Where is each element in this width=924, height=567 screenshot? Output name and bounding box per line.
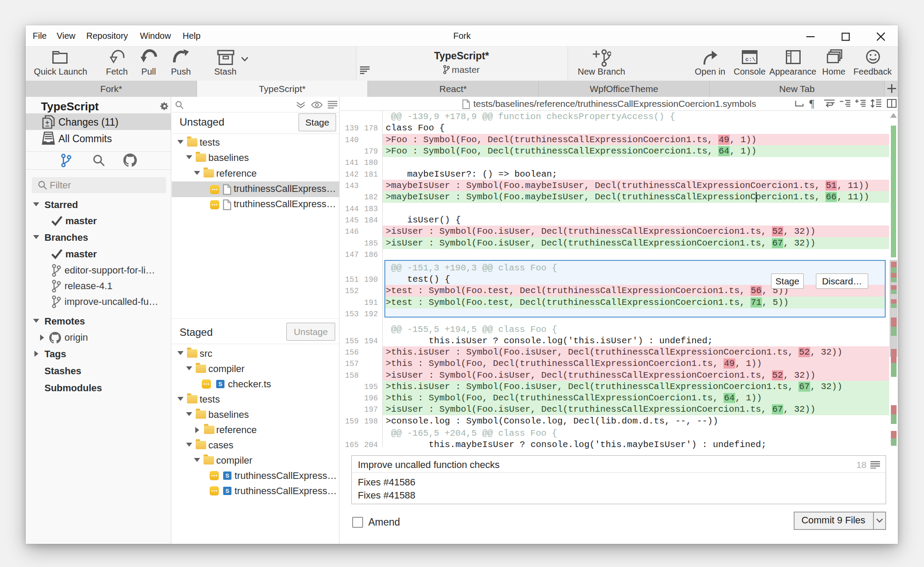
svg-text:c:\: c:\ [745, 56, 756, 63]
